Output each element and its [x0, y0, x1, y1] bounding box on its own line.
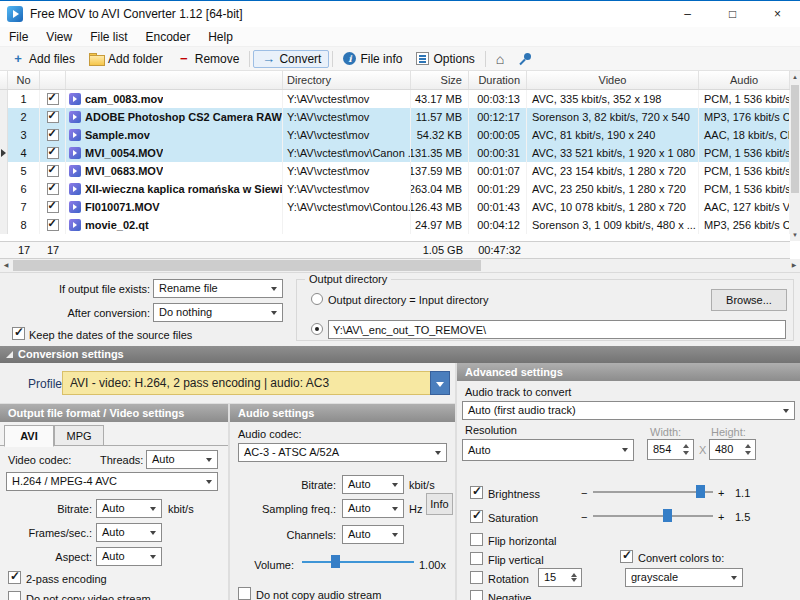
scroll-down-icon[interactable]: ▼: [790, 229, 800, 241]
saturation-slider[interactable]: [593, 508, 713, 523]
tab-avi[interactable]: AVI: [4, 425, 54, 447]
file-name-cell: XII-wieczna kaplica romańska w Siewierzu…: [66, 180, 283, 198]
row-checkbox[interactable]: [47, 201, 59, 213]
row-checkbox[interactable]: [47, 147, 59, 159]
add-files-button[interactable]: + Add files: [4, 50, 82, 68]
maximize-button[interactable]: □: [710, 1, 755, 27]
brightness-slider[interactable]: [593, 484, 713, 499]
vertical-scroll-thumb[interactable]: [791, 85, 799, 193]
conversion-settings-bar[interactable]: Conversion settings: [0, 346, 800, 363]
brightness-checkbox[interactable]: [470, 486, 483, 499]
header-size[interactable]: Size: [411, 71, 469, 89]
output-directory-group-title: Output directory: [305, 273, 391, 285]
menu-help[interactable]: Help: [199, 27, 242, 47]
menu-view[interactable]: View: [37, 27, 81, 47]
profile-select[interactable]: AVI - video: H.264, 2 pass encoding | au…: [62, 371, 450, 395]
minimize-button[interactable]: –: [665, 1, 710, 27]
tab-mpg[interactable]: MPG: [54, 425, 104, 446]
output-path-input[interactable]: [328, 320, 786, 339]
row-checkbox[interactable]: [47, 93, 59, 105]
file-row[interactable]: 8 movie_02.qt 24.97 MB 00:04:12 Sorenson…: [0, 216, 790, 234]
channels-label: Channels:: [230, 529, 336, 542]
convert-colors-select[interactable]: grayscale: [625, 568, 743, 587]
negative-checkbox[interactable]: [470, 590, 483, 600]
browse-button[interactable]: Browse...: [711, 289, 787, 311]
header-video[interactable]: Video: [527, 71, 699, 89]
framerate-select[interactable]: Auto: [96, 523, 162, 542]
file-row-current[interactable]: 4 MVI_0054.MOV Y:\AV\vctest\mov\Canon ..…: [0, 144, 790, 162]
keep-dates-checkbox[interactable]: [12, 327, 25, 340]
if-output-exists-select[interactable]: Rename file: [153, 279, 283, 298]
flip-horizontal-checkbox[interactable]: [470, 533, 483, 546]
flip-vertical-checkbox[interactable]: [470, 552, 483, 565]
channels-select[interactable]: Auto: [342, 525, 404, 544]
audio-codec-select[interactable]: AC-3 - ATSC A/52A: [238, 443, 447, 462]
scroll-up-icon[interactable]: ▲: [790, 71, 800, 83]
menu-file[interactable]: File: [0, 27, 37, 47]
profile-dropdown-button[interactable]: [430, 371, 450, 395]
row-checkbox[interactable]: [47, 129, 59, 141]
row-checkbox[interactable]: [47, 183, 59, 195]
row-checkbox[interactable]: [47, 219, 59, 231]
video-codec-select[interactable]: H.264 / MPEG-4 AVC: [6, 472, 218, 491]
custom-directory-radio[interactable]: [311, 323, 323, 335]
two-pass-checkbox[interactable]: [8, 571, 21, 584]
file-row[interactable]: 5 MVI_0683.MOV Y:\AV\vctest\mov 137.59 M…: [0, 162, 790, 180]
scroll-right-icon[interactable]: ▶: [788, 259, 800, 272]
no-copy-video-checkbox[interactable]: [8, 591, 21, 600]
file-row[interactable]: 2 ADOBE Photoshop CS2 Camera RAW Tut... …: [0, 108, 790, 126]
info-button[interactable]: Info: [426, 493, 453, 515]
audio-bitrate-select[interactable]: Auto: [342, 475, 404, 494]
width-input[interactable]: 854: [647, 439, 694, 460]
file-row[interactable]: 3 Sample.mov Y:\AV\vctest\mov 54.32 KB 0…: [0, 126, 790, 144]
remove-button[interactable]: − Remove: [170, 50, 247, 68]
header-audio[interactable]: Audio: [699, 71, 790, 89]
profile-row: Profile: AVI - video: H.264, 2 pass enco…: [0, 363, 455, 403]
height-input[interactable]: 480: [709, 439, 756, 460]
horizontal-scrollbar[interactable]: ◀ ▶: [0, 259, 800, 272]
header-no[interactable]: No: [8, 71, 40, 89]
header-name[interactable]: [66, 71, 283, 89]
summary-row: 17 17 1.05 GB 00:47:32: [0, 241, 790, 259]
pin-button[interactable]: [511, 50, 539, 68]
volume-slider-thumb[interactable]: [331, 555, 340, 568]
options-button[interactable]: Options: [409, 50, 481, 68]
home-button[interactable]: ⌂: [489, 50, 511, 68]
same-directory-radio[interactable]: [311, 293, 323, 305]
file-directory: Y:\AV\vctest\mov: [283, 108, 411, 126]
after-conversion-select[interactable]: Do nothing: [153, 303, 283, 322]
rotation-input[interactable]: 15: [538, 568, 582, 587]
add-folder-button[interactable]: Add folder: [82, 50, 170, 68]
row-checkbox[interactable]: [47, 111, 59, 123]
menu-encoder[interactable]: Encoder: [136, 27, 199, 47]
file-info-button[interactable]: i File info: [336, 50, 409, 68]
no-copy-audio-checkbox[interactable]: [238, 587, 251, 600]
close-button[interactable]: ×: [755, 1, 800, 27]
add-files-label: Add files: [29, 52, 75, 66]
saturation-checkbox[interactable]: [470, 510, 483, 523]
rotation-checkbox[interactable]: [470, 571, 483, 584]
convert-button[interactable]: → Convert: [253, 50, 329, 68]
sampling-select[interactable]: Auto: [342, 499, 404, 518]
threads-select[interactable]: Auto: [146, 450, 218, 469]
video-bitrate-select[interactable]: Auto: [96, 499, 162, 518]
aspect-select[interactable]: Auto: [96, 547, 162, 566]
resolution-select[interactable]: Auto: [462, 439, 634, 461]
scroll-left-icon[interactable]: ◀: [0, 259, 12, 272]
menu-file-list[interactable]: File list: [81, 27, 136, 47]
header-checkbox[interactable]: [40, 71, 66, 89]
header-duration[interactable]: Duration: [469, 71, 527, 89]
horizontal-scroll-thumb[interactable]: [13, 260, 481, 271]
vertical-scrollbar[interactable]: ▲ ▼: [790, 71, 800, 241]
volume-slider[interactable]: [302, 554, 414, 569]
header-directory[interactable]: Directory: [283, 71, 411, 89]
file-row[interactable]: 1 cam_0083.mov Y:\AV\vctest\mov 43.17 MB…: [0, 90, 790, 108]
audio-track-select[interactable]: Auto (first audio track): [462, 401, 795, 420]
row-number: 1: [8, 90, 40, 108]
file-row[interactable]: 7 FI010071.MOV Y:\AV\vctest\mov\Contou..…: [0, 198, 790, 216]
row-checkbox[interactable]: [47, 165, 59, 177]
brightness-slider-thumb[interactable]: [696, 485, 705, 498]
saturation-slider-thumb[interactable]: [663, 509, 672, 522]
file-row[interactable]: 6 XII-wieczna kaplica romańska w Siewier…: [0, 180, 790, 198]
convert-colors-checkbox[interactable]: [620, 550, 633, 563]
